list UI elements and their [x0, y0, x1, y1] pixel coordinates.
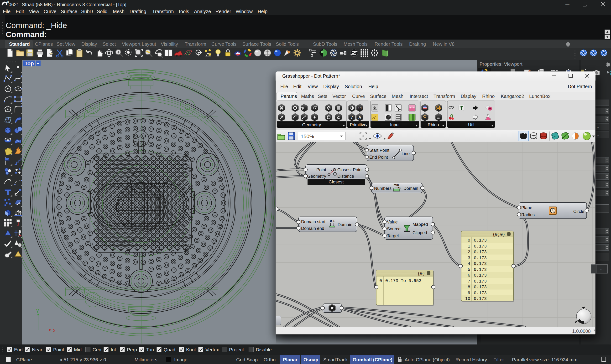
svg-text:0: 0 — [379, 278, 382, 283]
svg-text:Primitive: Primitive — [350, 122, 366, 127]
svg-text:2: 2 — [468, 250, 470, 254]
svg-text:Plane: Plane — [521, 205, 532, 210]
svg-text:A: A — [358, 115, 361, 119]
svg-text:5: 5 — [468, 267, 470, 272]
svg-text:Rhino: Rhino — [428, 122, 439, 127]
svg-text:0.173 To 0.953: 0.173 To 0.953 — [385, 278, 421, 283]
svg-text:0.173: 0.173 — [474, 273, 487, 278]
svg-text:0.173: 0.173 — [474, 291, 487, 295]
svg-text:Radius: Radius — [521, 212, 535, 217]
svg-text:1: 1 — [468, 244, 470, 249]
svg-text:Geometry: Geometry — [307, 174, 326, 179]
svg-text:7: 7 — [351, 115, 353, 119]
svg-text:0: 0 — [330, 219, 332, 223]
svg-text:Source: Source — [387, 227, 401, 231]
svg-text:0.173: 0.173 — [474, 296, 487, 301]
svg-text:Domain start: Domain start — [301, 219, 325, 224]
svg-text:Point: Point — [316, 168, 326, 172]
svg-text:Line: Line — [402, 151, 410, 156]
svg-text:8: 8 — [468, 285, 470, 289]
svg-text:10: 10 — [465, 296, 470, 301]
svg-text:Value: Value — [387, 220, 398, 224]
svg-text:0.173: 0.173 — [474, 244, 487, 249]
svg-text:0.173: 0.173 — [474, 267, 487, 272]
svg-text:Domain end: Domain end — [301, 226, 324, 231]
svg-text:4: 4 — [468, 261, 470, 266]
svg-text:0.173: 0.173 — [474, 279, 487, 284]
svg-text:Start Point: Start Point — [369, 148, 389, 153]
svg-text:{0}: {0} — [417, 271, 425, 276]
svg-text:Domain: Domain — [403, 186, 418, 191]
svg-text:7: 7 — [468, 279, 470, 284]
svg-text:0.1: 0.1 — [358, 106, 362, 110]
svg-text:End Point: End Point — [369, 155, 388, 160]
svg-text:Clipped: Clipped — [413, 230, 427, 235]
svg-text:1: 1 — [333, 219, 335, 223]
svg-text:y: y — [36, 307, 39, 313]
svg-text:x: x — [53, 327, 56, 333]
svg-text:Numbers: Numbers — [374, 186, 391, 191]
svg-text:Closest Point: Closest Point — [337, 168, 363, 172]
svg-text:3: 3 — [468, 256, 470, 260]
svg-text:Domain: Domain — [338, 222, 352, 227]
svg-text:Mapped: Mapped — [413, 222, 428, 227]
svg-text:0.173: 0.173 — [474, 250, 487, 254]
svg-text:0.173: 0.173 — [474, 261, 487, 266]
svg-text:{0;0}: {0;0} — [492, 232, 505, 237]
svg-text:0.173: 0.173 — [474, 238, 487, 243]
svg-text:0: 0 — [468, 238, 470, 243]
svg-text:Circle: Circle — [573, 209, 584, 214]
svg-text:0.173: 0.173 — [474, 256, 487, 260]
svg-text:Target: Target — [387, 234, 399, 238]
svg-text:Distance: Distance — [337, 174, 354, 179]
svg-text:Geometry: Geometry — [302, 122, 321, 127]
svg-text:Input: Input — [390, 122, 400, 127]
svg-text:0.173: 0.173 — [474, 285, 487, 289]
svg-text:max: max — [395, 186, 401, 189]
svg-text:6: 6 — [468, 273, 470, 278]
svg-text:Closest: Closest — [329, 179, 344, 184]
svg-text:Util: Util — [468, 122, 474, 127]
svg-text:9: 9 — [468, 291, 470, 295]
